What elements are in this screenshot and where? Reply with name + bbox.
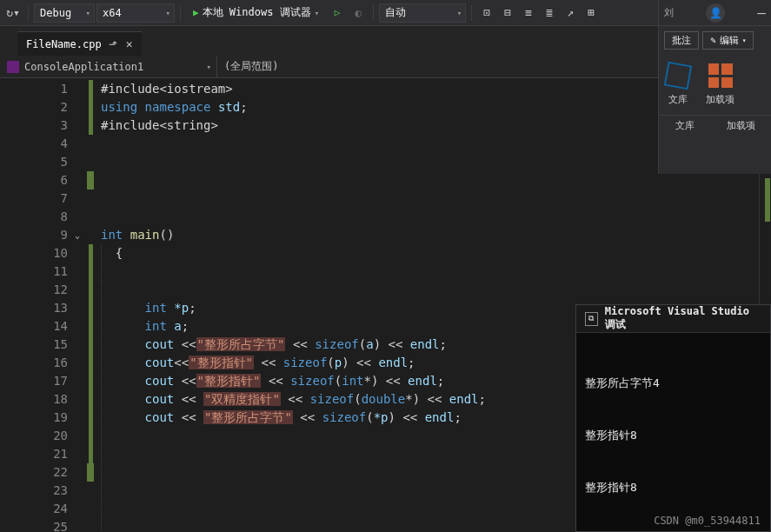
disabled-tool-icon[interactable]: ◐ — [349, 3, 368, 23]
outdent-icon[interactable]: ≣ — [540, 3, 559, 23]
file-tab[interactable]: FileName.cpp ⬏ ✕ — [17, 31, 142, 56]
console-title-text: Microsoft Visual Studio 调试 — [605, 305, 761, 332]
project-combo[interactable]: ConsoleApplication1 — [0, 56, 217, 77]
window-tool1-icon[interactable]: ⊡ — [477, 3, 496, 23]
close-icon[interactable]: ✕ — [124, 37, 135, 50]
library-footer-label: 文库 — [675, 119, 695, 132]
config-combo[interactable]: Debug — [34, 3, 95, 23]
platform-combo[interactable]: x64 — [96, 3, 175, 23]
navigation-bar: ConsoleApplication1 (全局范围) — [0, 56, 771, 78]
debug-console: ⧉ Microsoft Visual Studio 调试 整形所占字节4 整形指… — [575, 304, 771, 532]
fold-caret-icon[interactable]: ⌄ — [75, 226, 80, 244]
console-app-icon: ⧉ — [585, 312, 598, 326]
main-toolbar: ↻▾ Debug x64 ▶ 本地 Windows 调试器 ▾ ▷ ◐ 自动 ⊡… — [0, 0, 771, 26]
indent-icon[interactable]: ≡ — [519, 3, 538, 23]
file-tab-label: FileName.cpp — [26, 38, 102, 50]
right-side-panel: 刘 👤 — 批注 ✎编辑▾ 文库 加载项 文库 加载项 — [658, 0, 771, 174]
loader-item[interactable]: 加载项 — [706, 63, 734, 106]
window-tool2-icon[interactable]: ⊟ — [498, 3, 517, 23]
console-output[interactable]: 整形所占字节4 整形指针8 整形指针8 双精度指针8 整形所占字节4 E:\c+… — [576, 333, 770, 532]
loader-footer-label: 加载项 — [727, 119, 755, 132]
edit-button[interactable]: ✎编辑▾ — [702, 31, 754, 50]
minimize-icon[interactable]: — — [757, 4, 766, 21]
scope-label: (全局范围) — [224, 59, 278, 74]
console-line: 整形指针8 — [585, 427, 761, 444]
watermark-text: CSDN @m0_53944811 — [654, 515, 761, 527]
extensions-icon[interactable]: ⊞ — [582, 3, 601, 23]
library-icon — [664, 62, 692, 90]
user-avatar-icon[interactable]: 👤 — [706, 3, 725, 23]
share-icon[interactable]: ↗ — [561, 3, 580, 23]
console-line: 整形指针8 — [585, 479, 761, 496]
user-initial: 刘 — [664, 6, 674, 19]
library-item[interactable]: 文库 — [666, 63, 690, 106]
auto-combo[interactable]: 自动 — [379, 3, 466, 23]
pin-icon[interactable]: ⬏ — [109, 38, 117, 50]
project-name: ConsoleApplication1 — [24, 61, 143, 73]
loader-icon — [708, 63, 733, 88]
line-gutter: 12345678 9⌄ 1011121314151617181920212223… — [0, 78, 85, 530]
tab-bar: FileName.cpp ⬏ ✕ ⚙ — [0, 26, 771, 56]
pencil-icon: ✎ — [710, 35, 716, 46]
start-debugging-button[interactable]: ▶ 本地 Windows 调试器 ▾ — [186, 3, 326, 23]
debugger-label: 本地 Windows 调试器 — [203, 5, 311, 20]
play-outline-icon[interactable]: ▷ — [328, 3, 347, 23]
undo-dropdown-icon[interactable]: ↻▾ — [3, 3, 23, 23]
console-titlebar[interactable]: ⧉ Microsoft Visual Studio 调试 — [576, 305, 770, 333]
play-icon: ▶ — [193, 7, 199, 18]
project-icon — [7, 61, 19, 73]
console-line: 整形所占字节4 — [585, 375, 761, 392]
annotate-button[interactable]: 批注 — [664, 31, 699, 50]
